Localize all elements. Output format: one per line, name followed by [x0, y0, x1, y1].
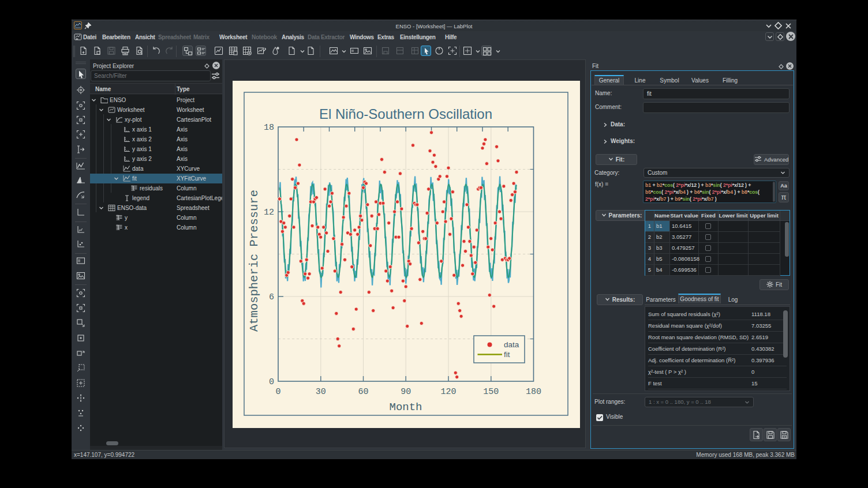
svg-text:60: 60 [358, 387, 368, 397]
svg-text:data: data [504, 340, 519, 349]
svg-text:Atmospheric Pressure: Atmospheric Pressure [248, 190, 261, 332]
svg-text:6: 6 [269, 292, 274, 302]
svg-text:Month: Month [389, 401, 422, 414]
svg-text:18: 18 [264, 123, 274, 133]
svg-text:90: 90 [401, 387, 411, 397]
svg-text:12: 12 [264, 208, 274, 217]
svg-text:150: 150 [483, 387, 499, 397]
svg-text:120: 120 [440, 387, 456, 397]
svg-text:0: 0 [275, 387, 280, 397]
svg-text:30: 30 [316, 387, 326, 397]
svg-text:fit: fit [504, 350, 510, 359]
svg-text:180: 180 [526, 387, 541, 397]
svg-text:El Niño-Southern Oscillation: El Niño-Southern Oscillation [319, 106, 492, 122]
svg-text:0: 0 [269, 377, 274, 387]
